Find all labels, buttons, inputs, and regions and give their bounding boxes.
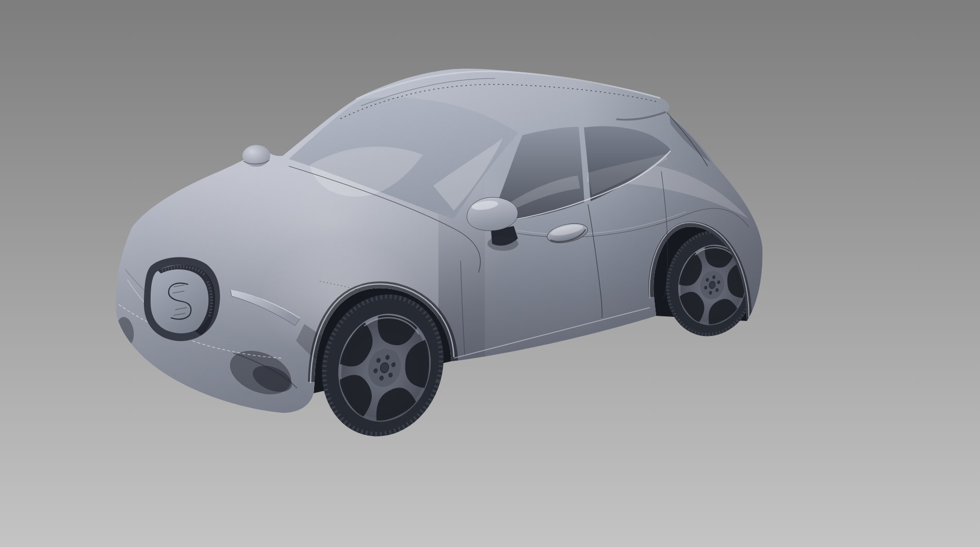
render-canvas [0,0,980,547]
front-grille [144,257,220,341]
render-viewport[interactable] [0,0,980,547]
mirror-shadow [487,236,518,251]
cowl-dome [242,145,270,167]
